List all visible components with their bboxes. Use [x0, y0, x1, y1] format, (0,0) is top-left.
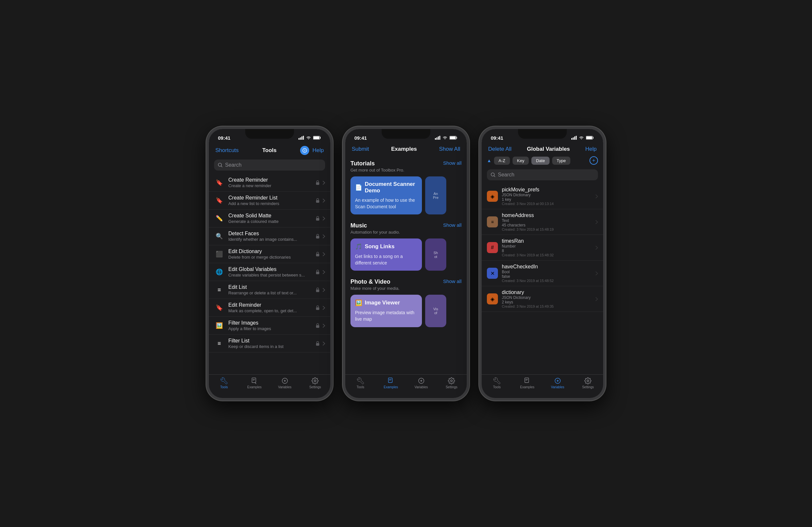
- sort-add-btn[interactable]: +: [590, 156, 598, 165]
- sort-key-btn[interactable]: Key: [512, 157, 529, 165]
- list-item[interactable]: 🔖 Create Reminder List Add a new list to…: [209, 192, 330, 210]
- search-icon-3: [491, 172, 495, 177]
- nav-right-2[interactable]: Show All: [439, 146, 460, 152]
- nav-left-1[interactable]: Shortcuts: [215, 147, 239, 154]
- item-title: Create Reminder: [228, 177, 311, 183]
- nav-circle-icon[interactable]: ?: [300, 146, 309, 155]
- list-item[interactable]: 🔖 Create Reminder Create a new reminder: [209, 174, 330, 192]
- tab-examples-3[interactable]: Examples: [512, 377, 543, 389]
- item-subtitle: Keep or discard items in a list: [228, 344, 311, 349]
- list-item[interactable]: 🔖 Edit Reminder Mark as complete, open t…: [209, 299, 330, 317]
- var-item[interactable]: # timesRan Number 8 Created: 3 Nov 2019 …: [482, 235, 603, 260]
- music-show-all[interactable]: Show all: [443, 222, 462, 228]
- item-actions: [315, 305, 325, 310]
- image-viewer-icon: 🖼️: [355, 299, 362, 307]
- tab-settings-1[interactable]: Settings: [300, 377, 331, 389]
- variables-tab-icon-3: [554, 377, 561, 384]
- tools-tab-icon-2: [357, 377, 364, 384]
- phone-variables: 09:41 Delete All Global Variables Help ▲…: [479, 126, 606, 401]
- examples-tab-icon: [251, 377, 258, 384]
- var-icon-number: #: [487, 242, 498, 253]
- photo-card-small[interactable]: Visof: [425, 295, 446, 327]
- list-item[interactable]: ✏️ Create Solid Matte Generate a coloure…: [209, 210, 330, 227]
- var-value: 1 key: [502, 197, 592, 202]
- tab-settings-3[interactable]: Settings: [573, 377, 604, 389]
- item-title: Filter List: [228, 338, 311, 344]
- item-subtitle: Add a new list to reminders: [228, 201, 311, 206]
- sort-type-btn[interactable]: Type: [552, 157, 570, 165]
- status-time-3: 09:41: [491, 135, 503, 141]
- tab-examples-1[interactable]: Examples: [240, 377, 270, 389]
- search-input-1[interactable]: [225, 162, 321, 168]
- list-item[interactable]: 🔍 Detect Faces Identify whether an image…: [209, 227, 330, 245]
- tab-tools-2[interactable]: Tools: [345, 377, 376, 389]
- var-item[interactable]: ◈ pickMovie_prefs JSON Dictionary 1 key …: [482, 184, 603, 209]
- var-name: homeAddress: [502, 213, 592, 218]
- var-item[interactable]: ✕ haveCheckedIn Bool false Created: 3 No…: [482, 260, 603, 286]
- sort-date-btn[interactable]: Date: [531, 157, 549, 165]
- var-item[interactable]: ≡ homeAddress Text 45 characters Created…: [482, 209, 603, 235]
- music-card-small[interactable]: Shot: [425, 239, 446, 271]
- var-name: dictionary: [502, 289, 592, 295]
- var-icon-json: ◈: [487, 191, 498, 202]
- image-viewer-card[interactable]: 🖼️ Image Viewer Preview image metadata w…: [350, 295, 422, 327]
- tab-variables-3[interactable]: Variables: [542, 377, 573, 389]
- item-icon: ≡: [214, 285, 224, 295]
- list-item[interactable]: ≡ Filter List Keep or discard items in a…: [209, 334, 330, 353]
- photo-show-all[interactable]: Show all: [443, 279, 462, 284]
- var-name: pickMovie_prefs: [502, 187, 592, 193]
- tab-examples-2[interactable]: Examples: [376, 377, 406, 389]
- tab-bar-3: Tools Examples Variables Settings: [482, 374, 603, 398]
- var-icon-text: ≡: [487, 216, 498, 227]
- item-icon: 🌐: [214, 267, 224, 277]
- music-subtitle: Automation for your audio.: [350, 230, 400, 234]
- status-time-1: 09:41: [218, 135, 230, 141]
- tab-settings-2[interactable]: Settings: [436, 377, 467, 389]
- nav-left-3[interactable]: Delete All: [488, 146, 511, 152]
- item-title: Detect Faces: [228, 231, 311, 237]
- song-links-card[interactable]: 🎵 Song Links Get links to a song on a di…: [350, 239, 422, 271]
- nav-left-2[interactable]: Submit: [352, 146, 369, 152]
- list-item[interactable]: ⬛ Edit Dictionary Delete from or merge d…: [209, 245, 330, 263]
- nav-right-3[interactable]: Help: [585, 146, 597, 152]
- image-viewer-title: Image Viewer: [365, 300, 400, 306]
- signal-icon: [299, 136, 304, 140]
- wifi-icon-2: [443, 136, 448, 140]
- tutorials-show-all[interactable]: Show all: [443, 160, 462, 166]
- tab-variables-1[interactable]: Variables: [270, 377, 300, 389]
- battery-icon: [313, 136, 321, 140]
- var-type: Number: [502, 244, 592, 248]
- list-item[interactable]: 🖼️ Filter Images Apply a filter to image…: [209, 317, 330, 334]
- tab-label-variables-2: Variables: [415, 385, 428, 389]
- item-actions: [315, 180, 325, 185]
- lock-icon: [315, 233, 320, 239]
- svg-rect-18: [316, 325, 319, 328]
- nav-right-1[interactable]: Help: [313, 147, 324, 154]
- item-subtitle: Rearrange or delete a list of text or...: [228, 290, 311, 295]
- var-text: haveCheckedIn Bool false Created: 3 Nov …: [502, 264, 592, 283]
- item-title: Edit Reminder: [228, 302, 311, 308]
- var-item[interactable]: ◈ dictionary JSON Dictionary 2 keys Crea…: [482, 286, 603, 312]
- tab-variables-2[interactable]: Variables: [406, 377, 436, 389]
- lock-icon: [315, 287, 320, 293]
- sort-bar: ▲ A-Z Key Date Type +: [482, 155, 603, 167]
- tab-tools-1[interactable]: Tools: [209, 377, 240, 389]
- var-date: Created: 3 Nov 2019 at 00:13:14: [502, 202, 592, 206]
- svg-point-22: [315, 380, 316, 382]
- tab-tools-3[interactable]: Tools: [482, 377, 512, 389]
- list-item[interactable]: ≡ Edit List Rearrange or delete a list o…: [209, 281, 330, 299]
- list-item[interactable]: 🌐 Edit Global Variables Create variables…: [209, 263, 330, 281]
- item-title: Edit Dictionary: [228, 248, 311, 254]
- tutorial-card-small[interactable]: AnPre: [425, 176, 446, 214]
- document-scanner-card[interactable]: 📄 Document Scanner Demo An example of ho…: [350, 176, 422, 214]
- chevron-right-icon: [322, 324, 325, 328]
- tab-label-variables-1: Variables: [278, 385, 291, 389]
- item-text: Detect Faces Identify whether an image c…: [228, 231, 311, 242]
- item-title: Create Solid Matte: [228, 213, 311, 219]
- var-name: timesRan: [502, 238, 592, 244]
- svg-rect-10: [316, 182, 319, 185]
- signal-icon-2: [435, 136, 440, 140]
- search-input-3[interactable]: [498, 172, 594, 178]
- nav-bar-3: Delete All Global Variables Help: [482, 145, 603, 155]
- sort-az-btn[interactable]: A-Z: [494, 157, 510, 165]
